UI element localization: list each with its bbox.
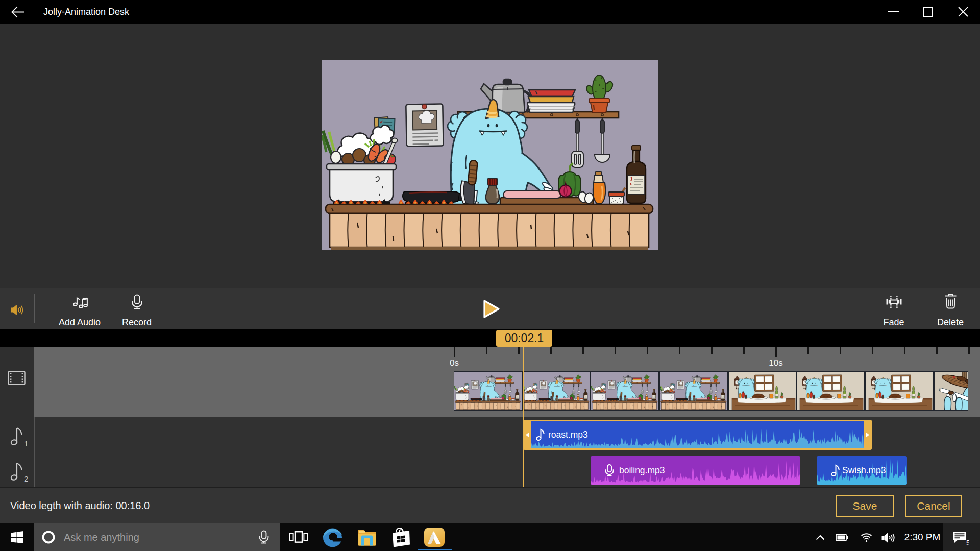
svg-text:1: 1 <box>24 439 28 447</box>
svg-text:2: 2 <box>24 474 28 482</box>
svg-text:5: 5 <box>966 539 969 546</box>
